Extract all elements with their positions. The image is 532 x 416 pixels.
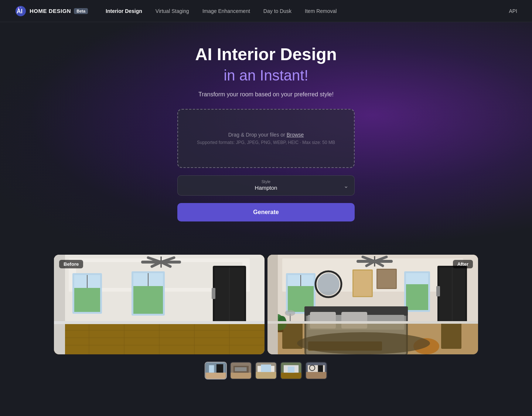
upload-container: Drag & Drop your files or Browse Support… — [177, 109, 355, 168]
upload-drag-text: Drag & Drop your files or — [228, 132, 287, 138]
nav-item-removal[interactable]: Item Removal — [305, 8, 337, 14]
thumbnail-4[interactable] — [280, 362, 302, 379]
svg-point-78 — [285, 310, 295, 316]
hero-title-sub: in an Instant! — [0, 67, 532, 84]
hero-content: AI Interior Design in an Instant! Transf… — [0, 44, 532, 221]
svg-rect-92 — [206, 373, 226, 379]
svg-rect-54 — [378, 270, 396, 288]
svg-rect-21 — [212, 288, 215, 299]
style-value: Hampton — [184, 185, 348, 191]
svg-rect-12 — [74, 288, 100, 312]
svg-rect-104 — [281, 373, 301, 379]
svg-point-50 — [317, 273, 340, 295]
logo-text: HOME DESIGN — [30, 8, 71, 14]
logo[interactable]: AI HOME DESIGN Beta — [15, 5, 100, 17]
svg-point-3 — [20, 7, 21, 8]
upload-dropzone[interactable]: Drag & Drop your files or Browse Support… — [177, 109, 355, 168]
style-label: Style — [184, 179, 348, 184]
svg-rect-96 — [231, 373, 251, 379]
thumbnail-3[interactable] — [255, 362, 277, 379]
thumbnails-row — [0, 362, 532, 394]
nav-image-enhancement[interactable]: Image Enhancement — [202, 8, 250, 14]
style-dropdown[interactable]: Style Hampton ⌄ — [177, 175, 355, 196]
svg-rect-111 — [318, 365, 323, 372]
thumbnail-2[interactable] — [230, 362, 252, 379]
before-room-image — [54, 255, 265, 354]
svg-rect-98 — [235, 367, 247, 371]
nav-links: Interior Design Virtual Staging Image En… — [106, 8, 509, 14]
svg-rect-52 — [354, 271, 372, 296]
chevron-down-icon: ⌄ — [344, 182, 348, 189]
logo-icon: AI — [15, 5, 27, 17]
svg-rect-94 — [216, 364, 223, 373]
svg-rect-89 — [267, 255, 278, 354]
before-panel: Before — [54, 255, 265, 354]
upload-browse-link[interactable]: Browse — [287, 132, 304, 138]
svg-rect-90 — [267, 321, 478, 324]
before-label: Before — [59, 260, 83, 268]
nav-day-to-dusk[interactable]: Day to Dusk — [263, 8, 291, 14]
svg-rect-102 — [261, 365, 271, 372]
svg-rect-40 — [54, 321, 265, 324]
svg-rect-57 — [406, 284, 428, 310]
after-panel: After — [267, 255, 478, 354]
nav-api[interactable]: API — [509, 8, 517, 14]
svg-text:AI: AI — [17, 8, 23, 14]
svg-rect-88 — [267, 323, 478, 354]
svg-point-2 — [18, 7, 19, 9]
svg-rect-108 — [306, 372, 327, 379]
hero-section: AI Interior Design in an Instant! Transf… — [0, 22, 532, 255]
svg-rect-100 — [256, 372, 276, 379]
svg-rect-17 — [133, 286, 163, 314]
svg-rect-61 — [436, 286, 440, 296]
thumbnail-5[interactable] — [305, 362, 327, 379]
nav-interior-design[interactable]: Interior Design — [106, 8, 142, 14]
after-label: After — [453, 260, 473, 268]
beta-badge: Beta — [74, 8, 88, 14]
thumbnail-1[interactable] — [205, 362, 227, 379]
comparison-section: Before — [0, 255, 532, 354]
navbar: AI HOME DESIGN Beta Interior Design Virt… — [0, 0, 532, 22]
svg-rect-106 — [288, 367, 294, 373]
upload-formats-text: Supported formats: JPG, JPEG, PNG, WEBP,… — [189, 140, 343, 145]
upload-instruction: Drag & Drop your files or Browse — [189, 132, 343, 138]
svg-rect-39 — [54, 255, 65, 354]
after-room-image — [267, 255, 478, 354]
svg-rect-93 — [209, 365, 214, 372]
generate-button[interactable]: Generate — [177, 203, 355, 221]
nav-virtual-staging[interactable]: Virtual Staging — [156, 8, 189, 14]
hero-description: Transform your room based on your prefer… — [0, 91, 532, 98]
hero-title-main: AI Interior Design — [0, 44, 532, 64]
